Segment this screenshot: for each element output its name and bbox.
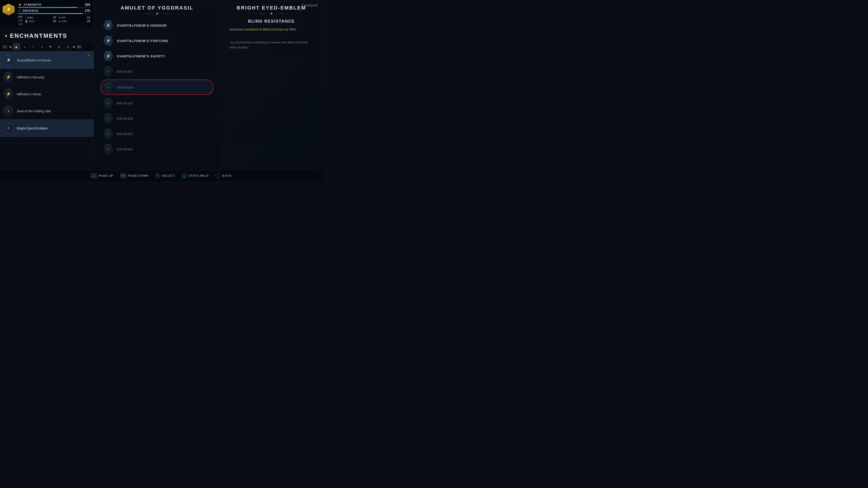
- virtue-icon-wrap: ⚡: [3, 89, 13, 99]
- r1-button[interactable]: R1: [76, 45, 83, 49]
- seal-icon-wrap: ✦: [3, 106, 13, 116]
- x-button[interactable]: X: [155, 173, 160, 178]
- desc-suffix: by 50%.: [284, 28, 297, 31]
- stat-name: BLIND RESISTANCE: [220, 19, 322, 24]
- tab-all[interactable]: ◆: [13, 43, 20, 50]
- slot-broken-5[interactable]: ◈ BROKEN: [101, 127, 213, 141]
- amulet-divider: [94, 13, 220, 14]
- enchantments-title: ENCHANTMENTS: [10, 32, 67, 39]
- cld-stat: ⏳ CLD 62: [25, 20, 56, 23]
- security-icon-wrap: ⚡: [3, 72, 13, 82]
- select-action: X SELECT: [155, 173, 175, 178]
- defence-bar-fill: [18, 13, 83, 14]
- strength-icon: ⚡: [18, 3, 22, 6]
- divider-line-left: [141, 13, 154, 14]
- back-label: BACK: [222, 174, 232, 177]
- slot-honour[interactable]: ⚡ SVARTALFHEIM'S HONOUR: [101, 18, 213, 33]
- rnc-stat: ✕ RNC 57: [25, 16, 56, 19]
- broken-icon-6: ◈: [107, 147, 110, 151]
- l1-button[interactable]: L1: [2, 45, 8, 49]
- tab-heart[interactable]: ❤: [47, 43, 54, 50]
- fortune-slot-label: SVARTALFHEIM'S FORTUNE: [117, 39, 168, 43]
- strength-bar-bg: [18, 7, 90, 8]
- vit-label: VIT: [61, 16, 66, 19]
- broken-slot-label-4: BROKEN: [117, 117, 133, 121]
- middle-panel: AMULET OF YGGDRASIL ⚡ SVARTALFHEIM'S HON…: [94, 0, 220, 181]
- page-up-action: L2 PAGE UP: [91, 173, 114, 178]
- emblem-icon-wrap: ✳: [3, 123, 13, 133]
- virtue-name: Niflheim's Virtue: [17, 92, 41, 96]
- r2-button[interactable]: R2: [120, 173, 127, 178]
- stats-help-label: STATS HELP: [188, 174, 209, 177]
- slot-broken-circled[interactable]: ◈ BROKEN: [101, 79, 213, 95]
- enchantment-item-emblem[interactable]: ✳ Bright Eyed-Emblem: [0, 120, 94, 137]
- circle-button[interactable]: ○: [215, 173, 220, 178]
- vit-value: 14: [87, 16, 90, 19]
- left-panel: 4 ⚡ STRENGTH 154 🛡 DEFENCE 170: [0, 0, 94, 181]
- hp-label: HP: [18, 15, 23, 19]
- hp-max: 168: [18, 23, 23, 26]
- tab-sword[interactable]: ⚔: [21, 43, 29, 50]
- slot-broken-4[interactable]: ◈ BROKEN: [101, 111, 213, 126]
- safety-slot-label: SVARTALFHEIM'S SAFETY: [117, 54, 165, 58]
- broken-slot-icon-4: ◈: [103, 113, 113, 123]
- filter-tabs: L1 ◆ ◆ ⚔ 🛡 ✕ ❤ ⊞ ⊡ ◆ R1: [0, 42, 94, 52]
- item-divider: [220, 13, 322, 14]
- emblem-icon: ✳: [7, 126, 10, 130]
- arrow-left-icon[interactable]: ◄: [4, 33, 8, 38]
- slot-safety[interactable]: ⚡ SVARTALFHEIM'S SAFETY: [101, 49, 213, 63]
- slot-list: ⚡ SVARTALFHEIM'S HONOUR ⚡ SVARTALFHEIM'S…: [94, 18, 220, 156]
- strength-value: 154: [83, 3, 90, 6]
- defence-label: DEFENCE: [23, 9, 41, 12]
- broken-icon-4: ◈: [107, 117, 110, 120]
- select-label: SELECT: [162, 174, 175, 177]
- slot-broken-3[interactable]: ◈ BROKEN: [101, 96, 213, 110]
- tab-box[interactable]: ⊞: [56, 43, 63, 50]
- char-svg: [232, 0, 322, 158]
- vit-stat: ❤ VIT 14: [59, 16, 90, 19]
- honour-slot-icon: ⚡: [103, 20, 113, 30]
- fortune-name: Svartalfheim's Fortune: [17, 58, 51, 62]
- honour-slot-label: SVARTALFHEIM'S HONOUR: [117, 24, 167, 27]
- defence-bar-bg: [18, 13, 90, 14]
- rnc-value: 57: [53, 16, 56, 19]
- amulet-title: AMULET OF YGGDRASIL: [94, 0, 220, 13]
- slot-broken-6[interactable]: ◈ BROKEN: [101, 142, 213, 156]
- strength-row: ⚡ STRENGTH 154: [18, 3, 90, 6]
- seal-icon: ✦: [7, 109, 10, 113]
- lck-label: LCK: [61, 20, 67, 23]
- desc-prefix: Increases: [229, 28, 244, 31]
- divider-diamond-r: [270, 12, 273, 15]
- lck-stat: ◈ LCK 28: [59, 20, 90, 23]
- enchantment-item-seal[interactable]: ✦ Seal of the Falling Star: [0, 103, 94, 120]
- stats-right: ⚡ STRENGTH 154 🛡 DEFENCE 170 HP: [18, 3, 90, 26]
- fortune-slot-icon-inner: ⚡: [106, 38, 111, 43]
- broken-slot-icon-5: ◈: [103, 129, 113, 139]
- slot-broken-1[interactable]: ◈ BROKEN: [101, 64, 213, 78]
- strength-label: STRENGTH: [24, 3, 41, 6]
- rnc-label: RNC: [28, 16, 33, 19]
- broken-slot-label-3: BROKEN: [117, 101, 133, 105]
- hp-current: 168: [18, 19, 23, 22]
- broken-slot-label-circled: BROKEN: [117, 86, 133, 89]
- defence-value: 170: [83, 9, 90, 12]
- tab-shield[interactable]: 🛡: [30, 43, 37, 50]
- divider-diamond: [156, 12, 158, 15]
- enchantment-item-security[interactable]: ⚡ Niflheim's Security: [0, 69, 94, 86]
- security-name: Niflheim's Security: [17, 75, 44, 79]
- enchantment-item-fortune[interactable]: ⚡ Svartalfheim's Fortune E: [0, 52, 94, 69]
- triangle-button[interactable]: △: [182, 173, 187, 178]
- broken-slot-icon-circled: ◈: [104, 82, 114, 92]
- broken-icon-circled: ◈: [107, 86, 110, 89]
- defence-icon: 🛡: [18, 9, 21, 12]
- l2-button[interactable]: L2: [91, 173, 97, 178]
- honour-icon: ⚡: [106, 23, 111, 28]
- tab-cross[interactable]: ✕: [38, 43, 46, 50]
- tab-grid[interactable]: ⊡: [64, 43, 71, 50]
- slot-fortune[interactable]: ⚡ SVARTALFHEIM'S FORTUNE: [101, 33, 213, 48]
- defence-row: 🛡 DEFENCE 170: [18, 9, 90, 12]
- stats-bar: 4 ⚡ STRENGTH 154 🛡 DEFENCE 170: [0, 0, 94, 28]
- broken-slot-icon-6: ◈: [103, 144, 113, 154]
- lck-value: 28: [87, 20, 90, 23]
- enchantment-item-virtue[interactable]: ⚡ Niflheim's Virtue: [0, 86, 94, 103]
